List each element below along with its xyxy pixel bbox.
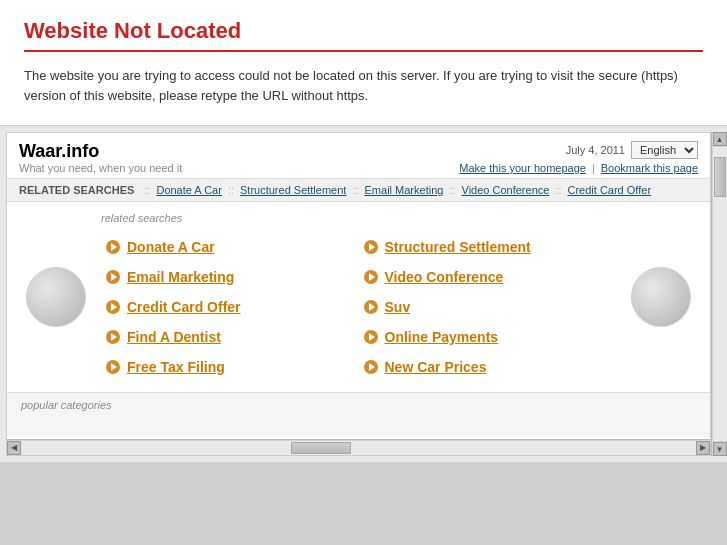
link-new-car-prices[interactable]: New Car Prices <box>385 359 487 375</box>
related-label: RELATED SEARCHES <box>19 184 134 196</box>
language-select[interactable]: English <box>631 141 698 159</box>
site-logo: Waar.info What you need, when you need i… <box>19 141 182 174</box>
pop-placeholder-1 <box>21 415 44 429</box>
scroll-thumb[interactable] <box>714 157 726 197</box>
scroll-up-arrow[interactable]: ▲ <box>713 132 727 146</box>
related-link-donate-a-car[interactable]: Donate A Car <box>156 184 221 196</box>
arrow-icon <box>105 269 121 285</box>
list-item: New Car Prices <box>359 352 617 382</box>
arrow-icon <box>363 299 379 315</box>
error-title: Website Not Located <box>24 18 703 52</box>
sep-5: :: <box>555 184 561 196</box>
arrow-icon <box>363 239 379 255</box>
scroll-left-arrow[interactable]: ◀ <box>7 441 21 455</box>
vertical-scrollbar[interactable]: ▲ ▼ <box>711 132 727 456</box>
pop-placeholder-2 <box>54 415 77 429</box>
scroll-thumb-h[interactable] <box>291 442 351 454</box>
link-donate-a-car[interactable]: Donate A Car <box>127 239 215 255</box>
link-suv[interactable]: Suv <box>385 299 411 315</box>
popular-categories: popular categories <box>7 392 710 437</box>
site-name: Waar.info <box>19 141 182 162</box>
link-online-payments[interactable]: Online Payments <box>385 329 499 345</box>
links-grid: Donate A Car Structured Settlement Email… <box>101 232 616 382</box>
homepage-link[interactable]: Make this your homepage <box>459 162 586 174</box>
main-content: related searches Donate A Car Structured… <box>7 202 710 392</box>
pipe-separator: | <box>592 162 595 174</box>
link-credit-card-offer[interactable]: Credit Card Offer <box>127 299 241 315</box>
arrow-icon <box>363 269 379 285</box>
link-email-marketing[interactable]: Email Marketing <box>127 269 234 285</box>
sep-4: :: <box>449 184 455 196</box>
site-tagline: What you need, when you need it <box>19 162 182 174</box>
arrow-icon <box>363 359 379 375</box>
arrow-icon <box>105 299 121 315</box>
sep-1: :: <box>144 184 150 196</box>
scroll-track[interactable] <box>713 147 727 441</box>
right-decoration <box>626 212 696 382</box>
list-item: Find A Dentist <box>101 322 359 352</box>
popular-links <box>21 415 696 429</box>
list-item: Online Payments <box>359 322 617 352</box>
site-header: Waar.info What you need, when you need i… <box>7 133 710 179</box>
list-item: Credit Card Offer <box>101 292 359 322</box>
list-item: Donate A Car <box>101 232 359 262</box>
inner-browser-panel: Waar.info What you need, when you need i… <box>6 132 711 456</box>
bookmark-link[interactable]: Bookmark this page <box>601 162 698 174</box>
arrow-icon <box>105 359 121 375</box>
left-circle <box>26 267 86 327</box>
sep-3: :: <box>352 184 358 196</box>
arrow-icon <box>105 239 121 255</box>
arrow-icon <box>105 329 121 345</box>
list-item: Suv <box>359 292 617 322</box>
related-link-email-marketing[interactable]: Email Marketing <box>365 184 444 196</box>
scroll-track-h[interactable] <box>21 441 696 455</box>
list-item: Email Marketing <box>101 262 359 292</box>
link-video-conference[interactable]: Video Conference <box>385 269 504 285</box>
scroll-down-arrow[interactable]: ▼ <box>713 442 727 456</box>
list-item: Structured Settlement <box>359 232 617 262</box>
popular-title: popular categories <box>21 399 696 411</box>
link-free-tax-filing[interactable]: Free Tax Filing <box>127 359 225 375</box>
right-circle <box>631 267 691 327</box>
browser-panel: Waar.info What you need, when you need i… <box>0 126 727 462</box>
list-item: Video Conference <box>359 262 617 292</box>
sep-2: :: <box>228 184 234 196</box>
left-decoration <box>21 212 91 382</box>
header-right: July 4, 2011 English Make this your home… <box>459 141 698 174</box>
link-find-a-dentist[interactable]: Find A Dentist <box>127 329 221 345</box>
related-link-credit-card-offer[interactable]: Credit Card Offer <box>568 184 652 196</box>
pop-placeholder-3 <box>88 415 111 429</box>
list-item: Free Tax Filing <box>101 352 359 382</box>
related-searches-bar: RELATED SEARCHES :: Donate A Car :: Stru… <box>7 179 710 202</box>
links-section-title: related searches <box>101 212 616 224</box>
horizontal-scrollbar[interactable]: ◀ ▶ <box>7 439 710 455</box>
arrow-icon <box>363 329 379 345</box>
pop-placeholder-4 <box>121 415 144 429</box>
links-area: related searches Donate A Car Structured… <box>91 212 626 382</box>
scroll-right-arrow[interactable]: ▶ <box>696 441 710 455</box>
error-section: Website Not Located The website you are … <box>0 0 727 126</box>
date-text: July 4, 2011 <box>566 144 625 156</box>
link-structured-settlement[interactable]: Structured Settlement <box>385 239 531 255</box>
related-link-video-conference[interactable]: Video Conference <box>462 184 550 196</box>
error-message: The website you are trying to access cou… <box>24 66 703 105</box>
related-link-structured-settlement[interactable]: Structured Settlement <box>240 184 346 196</box>
